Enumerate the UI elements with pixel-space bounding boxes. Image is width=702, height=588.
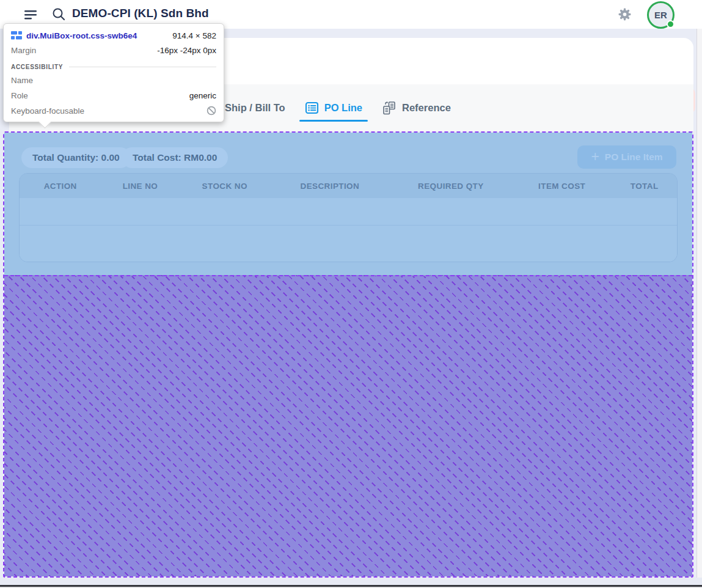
tab-po-line[interactable]: PO Line [305,84,362,131]
col-required-qty: REQUIRED QTY [390,182,512,191]
menu-icon[interactable] [23,7,38,22]
total-cost-chip: Total Cost: RM0.00 [122,147,228,168]
devtools-layout-icon [11,31,22,40]
a11y-role-label: Role [11,91,28,100]
total-quantity-text: Total Quantity: 0.00 [32,152,120,163]
tab-label: PO Line [324,102,362,114]
accessibility-heading: ACCESSIBILITY [11,64,63,70]
gear-icon[interactable] [618,8,631,21]
heading-divider [69,67,216,67]
po-line-table: ACTION LINE NO STOCK NO DESCRIPTION REQU… [19,173,678,262]
plus-icon: + [591,150,599,164]
col-stock-no: STOCK NO [179,182,269,191]
tab-ship-bill-to[interactable]: Ship / Bill To [215,84,285,131]
col-total: TOTAL [612,182,677,191]
tab-label: Reference [402,102,451,114]
online-status-dot [667,20,675,28]
a11y-keyboard-focusable-label: Keyboard-focusable [11,106,84,116]
devtools-inspect-overlay: Total Quantity: 0.00 Total Cost: RM0.00 … [3,131,693,578]
margin-value: -16px -24px 0px [157,46,216,55]
reference-copy-icon [382,101,397,116]
inspect-margin-highlight [4,275,692,576]
search-icon[interactable] [51,7,66,21]
inspected-selector: div.MuiBox-root.css-swb6e4 [26,31,137,40]
col-action: ACTION [20,182,101,191]
company-title: DEMO-CPI (KL) Sdn Bhd [72,7,209,20]
col-description: DESCRIPTION [270,182,390,191]
margin-label: Margin [11,46,36,55]
po-line-list-icon [305,101,319,115]
screen: DEMO-CPI (KL) Sdn Bhd ER Save [0,0,702,588]
total-cost-text: Total Cost: RM0.00 [133,152,217,163]
inspect-content-highlight: Total Quantity: 0.00 Total Cost: RM0.00 … [4,133,692,275]
po-line-table-header: ACTION LINE NO STOCK NO DESCRIPTION REQU… [20,174,677,198]
tab-reference[interactable]: Reference [382,84,451,131]
devtools-tooltip: div.MuiBox-root.css-swb6e4 914.4 × 582 M… [3,23,224,122]
add-po-line-item-button[interactable]: + PO Line Item [577,145,676,169]
avatar-initials: ER [654,10,667,20]
a11y-role-value: generic [189,91,216,100]
total-quantity-chip: Total Quantity: 0.00 [21,147,131,168]
empty-table-row [20,198,677,226]
not-focusable-blocked-icon [207,106,216,116]
tab-label: Ship / Bill To [225,102,285,114]
col-line-no: LINE NO [101,182,179,191]
inspected-dimensions: 914.4 × 582 [172,31,216,40]
po-line-table-body [20,198,677,262]
page-bottom-band [0,578,702,585]
vertical-scrollbar[interactable] [697,29,702,585]
a11y-name-label: Name [11,76,33,85]
col-item-cost: ITEM COST [512,182,612,191]
add-po-line-item-label: PO Line Item [605,152,663,163]
